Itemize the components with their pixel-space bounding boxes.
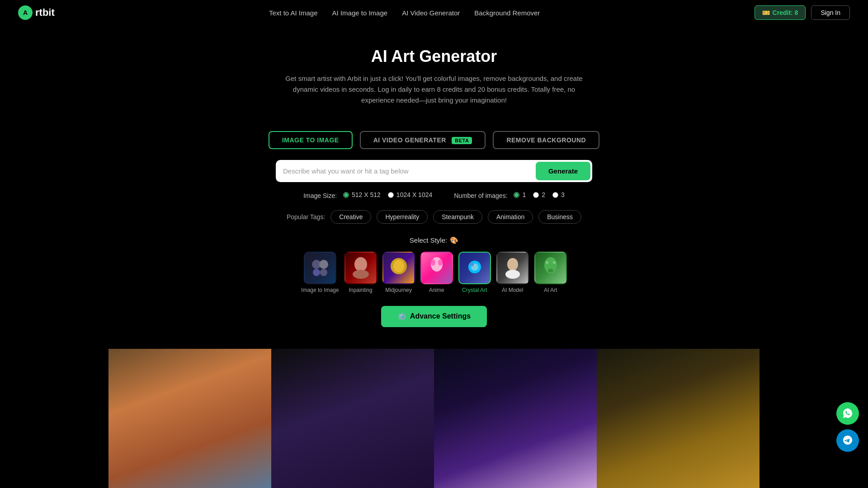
style-item-anime[interactable]: Anime — [420, 252, 453, 293]
gallery-thumb-3 — [597, 349, 760, 488]
style-label-text: Select Style: — [410, 236, 447, 244]
nav-image-to-image[interactable]: AI Image to Image — [332, 9, 388, 17]
style-item-crystal[interactable]: Crystal Art — [458, 252, 491, 293]
size-512-text: 512 X 512 — [352, 191, 381, 198]
style-img-anime — [421, 253, 452, 283]
svg-point-13 — [438, 259, 443, 266]
tab-video-label: AI VIDEO GENERATER — [373, 136, 446, 144]
nav-video-gen[interactable]: AI Video Generator — [402, 9, 460, 17]
count-3-text: 3 — [561, 191, 565, 198]
beta-badge: BETA — [452, 137, 472, 144]
style-img-aimodel — [497, 253, 528, 283]
style-name-img2img: Image to Image — [301, 287, 339, 293]
settings-icon: ⚙️ — [397, 312, 406, 321]
tag-business[interactable]: Business — [538, 210, 581, 224]
count-2-radio[interactable] — [533, 192, 539, 198]
svg-rect-2 — [307, 254, 334, 282]
style-item-inpainting[interactable]: Inpainting — [344, 252, 377, 293]
tag-animation[interactable]: Animation — [488, 210, 533, 224]
style-name-anime: Anime — [429, 287, 444, 293]
svg-point-8 — [353, 270, 369, 279]
svg-point-10 — [393, 260, 404, 272]
tab-bar: IMAGE TO IMAGE AI VIDEO GENERATER BETA R… — [0, 131, 868, 149]
logo[interactable]: A rtbit — [18, 5, 55, 20]
style-thumb-inpainting — [344, 252, 377, 284]
image-count-group: Number of images: 1 2 3 — [454, 191, 565, 199]
style-thumb-anime — [420, 252, 453, 284]
size-1024-text: 1024 X 1024 — [396, 191, 432, 198]
size-1024-radio[interactable] — [388, 192, 394, 198]
image-size-group: Image Size: 512 X 512 1024 X 1024 — [303, 191, 432, 199]
count-2-label[interactable]: 2 — [533, 191, 545, 198]
hero-title: AI Art Generator — [9, 47, 859, 66]
style-thumb-midjourney — [382, 252, 415, 284]
tab-video-generater[interactable]: AI VIDEO GENERATER BETA — [360, 131, 486, 149]
generate-button[interactable]: Generate — [536, 162, 590, 180]
gallery-item-0 — [108, 349, 271, 488]
svg-point-18 — [505, 270, 520, 279]
prompt-container: Generate — [276, 160, 592, 182]
select-style-section: Select Style: 🎨 Image to Image Inpaintin… — [0, 236, 868, 293]
hero-description: Get smart artist with Arbit in just a cl… — [280, 73, 588, 106]
style-thumb-aiart — [534, 252, 567, 284]
credit-label: Credit: 8 — [773, 9, 798, 16]
style-name-inpainting: Inpainting — [349, 287, 373, 293]
tab-image-to-image[interactable]: IMAGE TO IMAGE — [269, 131, 353, 149]
svg-point-16 — [470, 263, 474, 266]
sign-in-button[interactable]: Sign In — [811, 5, 850, 20]
telegram-button[interactable] — [836, 429, 859, 452]
style-item-midjourney[interactable]: Midjourney — [382, 252, 415, 293]
tag-hyperreality[interactable]: Hyperreality — [377, 210, 428, 224]
size-512-radio[interactable] — [343, 192, 349, 198]
style-img-aiart — [535, 253, 566, 283]
options-row: Image Size: 512 X 512 1024 X 1024 Number… — [0, 191, 868, 199]
style-thumb-aimodel — [496, 252, 529, 284]
style-name-aimodel: AI Model — [502, 287, 523, 293]
gallery-item-3 — [597, 349, 760, 488]
count-1-text: 1 — [522, 191, 526, 198]
gallery-thumb-1 — [271, 349, 434, 488]
tag-steampunk[interactable]: Steampunk — [433, 210, 482, 224]
credit-badge: 🎫 Credit: 8 — [755, 5, 806, 20]
logo-text: rtbit — [35, 7, 55, 19]
advance-settings-button[interactable]: ⚙️ Advance Settings — [381, 306, 487, 327]
style-img-img2img — [305, 253, 335, 283]
svg-point-6 — [320, 269, 327, 276]
count-1-radio[interactable] — [514, 192, 519, 198]
prompt-input[interactable] — [283, 162, 536, 180]
count-3-radio[interactable] — [552, 192, 558, 198]
main-nav: Text to AI Image AI Image to Image AI Vi… — [269, 9, 540, 17]
style-palette-icon: 🎨 — [450, 236, 458, 244]
gallery-section — [0, 349, 868, 488]
style-img-inpainting — [345, 253, 376, 283]
svg-text:A: A — [23, 9, 28, 16]
popular-tags-row: Popular Tags: Creative Hyperreality Stea… — [0, 210, 868, 224]
count-1-label[interactable]: 1 — [514, 191, 526, 198]
svg-point-17 — [507, 258, 518, 271]
tab-remove-bg[interactable]: REMOVE BACKGROUND — [493, 131, 599, 149]
style-thumb-img2img — [304, 252, 336, 284]
header-right: 🎫 Credit: 8 Sign In — [755, 5, 850, 20]
advance-settings-label: Advance Settings — [410, 312, 471, 320]
style-name-crystal: Crystal Art — [462, 287, 487, 293]
gallery-item-1 — [271, 349, 434, 488]
nav-text-to-ai[interactable]: Text to AI Image — [269, 9, 318, 17]
style-grid: Image to Image Inpainting Midjourney — [0, 252, 868, 293]
nav-bg-remover[interactable]: Background Remover — [474, 9, 540, 17]
image-count-label: Number of images: — [454, 192, 507, 199]
count-3-label[interactable]: 3 — [552, 191, 565, 198]
count-2-text: 2 — [542, 191, 545, 198]
gallery-item-2 — [434, 349, 597, 488]
style-item-img2img[interactable]: Image to Image — [301, 252, 339, 293]
size-1024-label[interactable]: 1024 X 1024 — [388, 191, 432, 198]
style-thumb-crystal — [458, 252, 491, 284]
svg-point-4 — [319, 260, 328, 269]
style-item-aiart[interactable]: AI Art — [534, 252, 567, 293]
svg-point-22 — [548, 269, 553, 272]
whatsapp-button[interactable] — [836, 402, 859, 425]
image-size-label: Image Size: — [303, 192, 337, 199]
popular-tags-label: Popular Tags: — [287, 213, 325, 221]
size-512-label[interactable]: 512 X 512 — [343, 191, 381, 198]
tag-creative[interactable]: Creative — [330, 210, 371, 224]
style-item-aimodel[interactable]: AI Model — [496, 252, 529, 293]
